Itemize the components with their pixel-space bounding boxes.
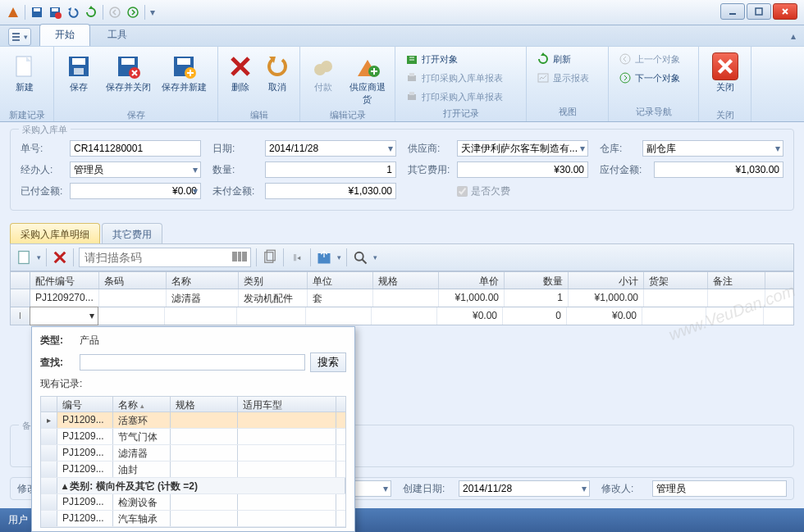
tab-start[interactable]: 开始 xyxy=(39,24,90,46)
new-button[interactable]: 新建 xyxy=(5,50,44,107)
window-controls xyxy=(720,3,797,20)
ribbon-tabs: ▾ 开始 工具 ▴ xyxy=(0,25,804,46)
col-partno[interactable]: 配件编号 xyxy=(30,272,99,289)
pagefirst-icon[interactable]: ⦀◂ xyxy=(289,249,305,266)
refresh-icon[interactable] xyxy=(85,6,98,19)
cancel-button[interactable]: 取消 xyxy=(261,50,295,107)
createdate-input[interactable]: 2014/11/28 xyxy=(459,480,590,497)
export-icon[interactable] xyxy=(316,249,332,266)
copy-icon[interactable] xyxy=(262,249,278,266)
save-icon[interactable] xyxy=(30,6,43,19)
svg-rect-27 xyxy=(409,73,414,76)
supplier-input[interactable]: 天津伊利萨尔客车制造有... xyxy=(457,140,588,157)
barcode-icon xyxy=(232,251,247,265)
tab-otherfee[interactable]: 其它费用 xyxy=(102,223,162,246)
qty-label: 数量: xyxy=(212,163,262,177)
col-remark[interactable]: 备注 xyxy=(708,272,765,289)
order-no-input[interactable]: CR1411280001 xyxy=(70,140,201,157)
col-spec[interactable]: 规格 xyxy=(373,272,439,289)
popup-row[interactable]: PJ1209...检测设备 xyxy=(41,494,345,511)
popup-group-row[interactable]: ▴ 类别: 横向件及其它 (计数 =2) xyxy=(41,478,345,494)
col-shelf[interactable]: 货架 xyxy=(644,272,708,289)
svg-point-4 xyxy=(55,12,62,19)
form-title: 采购入库单 xyxy=(19,124,71,136)
delete-button[interactable]: 删除 xyxy=(223,50,258,107)
quick-access: ▾ xyxy=(0,5,155,20)
tab-detail[interactable]: 采购入库单明细 xyxy=(10,223,100,246)
close-record-button[interactable]: 关闭 xyxy=(706,50,745,107)
app-menu-button[interactable]: ▾ xyxy=(8,28,31,46)
col-qty[interactable]: 数量 xyxy=(505,272,569,289)
svg-rect-15 xyxy=(74,68,84,75)
popup-search-button[interactable]: 搜索 xyxy=(310,352,346,372)
prev-icon[interactable] xyxy=(108,6,121,19)
svg-point-32 xyxy=(620,73,630,83)
grid-row-editing[interactable]: I ¥0.00 0 ¥0.00 xyxy=(10,307,794,325)
popup-col-spec[interactable]: 规格 xyxy=(171,397,238,412)
new-row-dropdown[interactable]: ▾ xyxy=(37,253,41,261)
barcode-input[interactable] xyxy=(79,248,251,267)
payable-input[interactable]: ¥1,030.00 xyxy=(654,161,783,178)
svg-rect-11 xyxy=(12,39,20,41)
col-name[interactable]: 名称 xyxy=(167,272,239,289)
qty-input[interactable]: 1 xyxy=(265,161,396,178)
col-price[interactable]: 单价 xyxy=(439,272,505,289)
payable-label: 应付金额: xyxy=(600,163,651,177)
svg-rect-14 xyxy=(72,58,85,65)
modby-input[interactable]: 管理员 xyxy=(652,480,787,497)
ribbon-group-editrec: 编辑记录 xyxy=(305,107,390,123)
popup-row[interactable]: PJ1209...滤清器 xyxy=(41,445,345,462)
undo-icon[interactable] xyxy=(66,6,80,19)
col-category[interactable]: 类别 xyxy=(239,272,308,289)
svg-rect-7 xyxy=(729,13,736,15)
open-object-button[interactable]: 打开对象 xyxy=(400,50,521,68)
otherfee-input[interactable]: ¥30.00 xyxy=(457,161,588,178)
collapse-ribbon-icon[interactable]: ▴ xyxy=(791,30,796,42)
popup-row[interactable]: PJ1209...汽车轴承 xyxy=(41,511,345,527)
search-icon[interactable] xyxy=(352,249,368,266)
svg-point-5 xyxy=(110,7,120,17)
svg-rect-33 xyxy=(19,252,30,264)
close-button[interactable] xyxy=(773,3,797,20)
col-barcode[interactable]: 条码 xyxy=(99,272,167,289)
save-close-button[interactable]: 保存并关闭 xyxy=(102,50,154,107)
popup-col-name[interactable]: 名称 xyxy=(113,397,171,412)
delete-row-icon[interactable] xyxy=(52,249,68,266)
status-text: 用户 xyxy=(8,513,28,527)
save-button[interactable]: 保存 xyxy=(59,50,98,107)
popup-row[interactable]: PJ1209...节气门体 xyxy=(41,429,345,445)
svg-rect-9 xyxy=(12,33,20,34)
minimize-button[interactable] xyxy=(720,3,745,20)
ribbon-group-view: 视图 xyxy=(532,104,603,120)
save-new-button[interactable]: 保存并新建 xyxy=(158,50,210,107)
print-report1-button: 打印采购入库单报表 xyxy=(400,69,521,87)
popup-col-no[interactable]: 编号 xyxy=(57,397,113,412)
tab-tools[interactable]: 工具 xyxy=(92,24,143,46)
unpaid-input[interactable]: ¥1,030.00 xyxy=(265,183,396,199)
svg-rect-1 xyxy=(34,8,40,11)
paid-input[interactable]: ¥0.00 xyxy=(70,183,201,199)
agent-input[interactable]: 管理员 xyxy=(70,161,201,178)
supplier-return-button[interactable]: 供应商退货 xyxy=(345,50,390,107)
popup-search-input[interactable] xyxy=(80,354,305,371)
col-subtotal[interactable]: 小计 xyxy=(569,272,644,289)
agent-label: 经办人: xyxy=(21,163,66,177)
order-form: 采购入库单 单号: CR1411280001 日期: 2014/11/28 供应… xyxy=(10,129,794,211)
grid-row[interactable]: PJ1209270... 滤清器 发动机配件 套 ¥1,000.00 1 ¥1,… xyxy=(10,289,794,307)
app-icon xyxy=(7,6,20,19)
popup-row[interactable]: PJ1209...油封 xyxy=(41,462,345,478)
print-report2-button: 打印采购入库单报表 xyxy=(400,88,521,106)
popup-row[interactable]: ▸PJ1209...活塞环 xyxy=(41,412,345,429)
next-record-button[interactable]: 下一个对象 xyxy=(614,69,693,87)
col-unit[interactable]: 单位 xyxy=(308,272,373,289)
date-input[interactable]: 2014/11/28 xyxy=(265,140,396,157)
dropdown-icon[interactable]: ▾ xyxy=(150,7,155,18)
new-row-icon[interactable] xyxy=(16,249,32,266)
maximize-button[interactable] xyxy=(747,3,771,20)
warehouse-input[interactable]: 副仓库 xyxy=(642,140,783,157)
next-icon[interactable] xyxy=(126,6,139,19)
refresh-button[interactable]: 刷新 xyxy=(532,50,603,68)
save-close-icon[interactable] xyxy=(48,6,62,19)
popup-list: ▸PJ1209...活塞环 PJ1209...节气门体 PJ1209...滤清器… xyxy=(40,412,346,528)
popup-col-model[interactable]: 适用车型 xyxy=(238,397,336,412)
